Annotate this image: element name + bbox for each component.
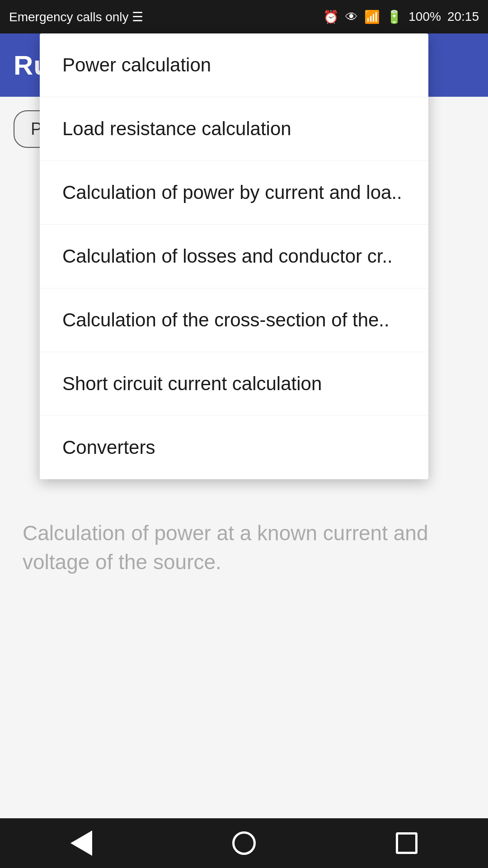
wifi-icon: 📶 xyxy=(364,9,380,24)
dropdown-menu: Power calculationLoad resistance calcula… xyxy=(40,33,428,479)
dropdown-item-calculation-losses-conductor[interactable]: Calculation of losses and conductor cr.. xyxy=(40,225,428,288)
time-display: 20:15 xyxy=(447,9,479,24)
battery-percent: 100% xyxy=(408,9,441,24)
status-bar-right: ⏰ 👁 📶 🔋 100% 20:15 xyxy=(323,9,479,24)
home-button[interactable] xyxy=(217,825,271,861)
status-bar: Emergency calls only ☰ ⏰ 👁 📶 🔋 100% 20:1… xyxy=(0,0,488,33)
battery-icon: 🔋 xyxy=(386,9,402,24)
dropdown-item-short-circuit-current-calculation[interactable]: Short circuit current calculation xyxy=(40,352,428,416)
home-icon xyxy=(232,831,256,855)
eye-icon: 👁 xyxy=(345,9,358,24)
recents-button[interactable] xyxy=(380,825,434,861)
description-text: Calculation of power at a known current … xyxy=(14,519,474,577)
bottom-nav xyxy=(0,818,488,868)
status-bar-left: Emergency calls only ☰ xyxy=(9,9,143,24)
status-bar-text: Emergency calls only ☰ xyxy=(9,9,143,24)
dropdown-item-load-resistance-calculation[interactable]: Load resistance calculation xyxy=(40,97,428,161)
dropdown-item-calculation-cross-section[interactable]: Calculation of the cross-section of the.… xyxy=(40,288,428,352)
alarm-icon: ⏰ xyxy=(323,9,339,24)
dropdown-item-converters[interactable]: Converters xyxy=(40,416,428,479)
dropdown-item-calculation-power-current-load[interactable]: Calculation of power by current and loa.… xyxy=(40,161,428,225)
recents-icon xyxy=(396,832,418,854)
back-button[interactable] xyxy=(54,825,108,861)
dropdown-item-power-calculation[interactable]: Power calculation xyxy=(40,33,428,97)
back-icon xyxy=(70,830,92,856)
